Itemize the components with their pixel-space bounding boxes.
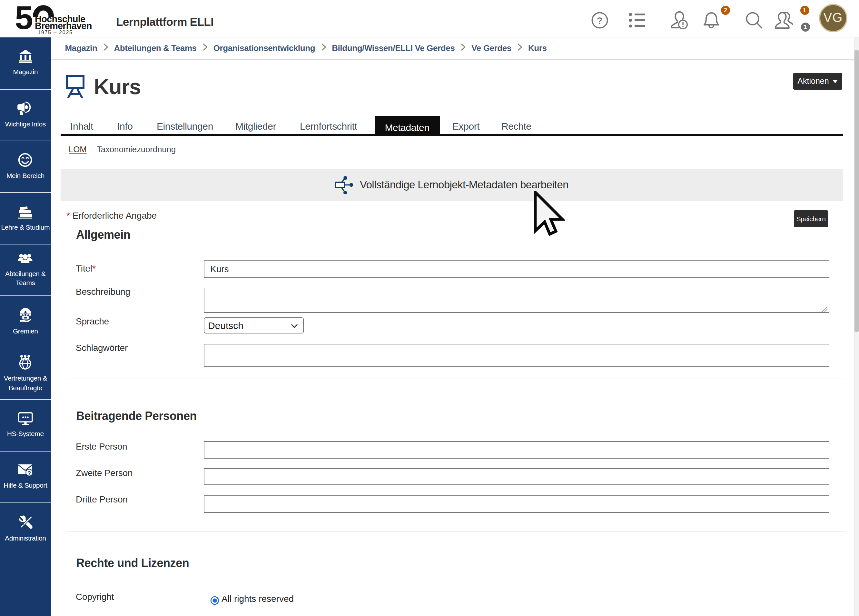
svg-text:1975 – 2025: 1975 – 2025	[38, 30, 73, 35]
svg-text:?: ?	[597, 15, 603, 26]
svg-text:5: 5	[16, 5, 32, 36]
svg-text:?: ?	[28, 470, 31, 476]
